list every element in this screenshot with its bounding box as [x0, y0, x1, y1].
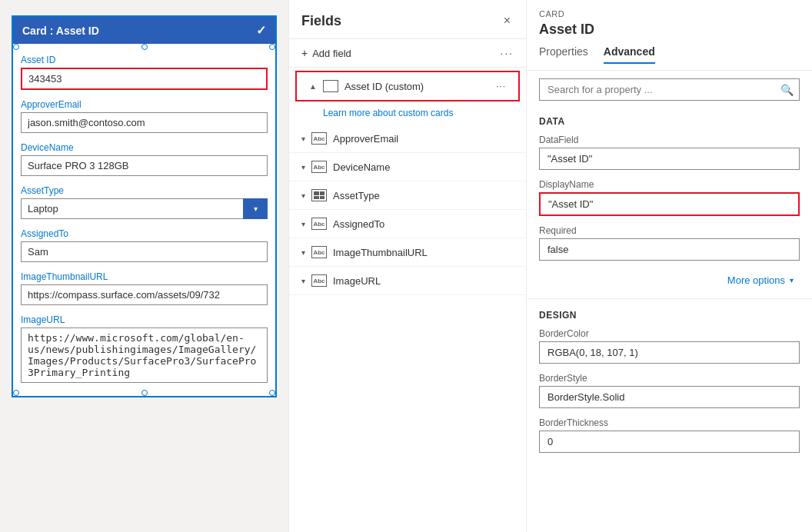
asset-type-label: AssetType [21, 185, 268, 196]
card-preview-panel: Card : Asset ID ✓ Asset ID ApproverEmail… [0, 0, 288, 532]
abc-icon-approver: Abc [311, 132, 327, 145]
more-options-row: More options ▾ [527, 265, 812, 295]
handle-bc [141, 390, 148, 396]
device-name-input[interactable] [21, 155, 268, 176]
device-name-section: DeviceName [13, 138, 275, 181]
field-name-image-thumbnail-url: ImageThumbnailURL [333, 247, 514, 258]
field-item-device-name[interactable]: ▾ Abc DeviceName [289, 153, 526, 181]
abc-icon-assigned: Abc [311, 218, 327, 230]
handle-tl [13, 44, 19, 50]
field-item-assigned-to[interactable]: ▾ Abc AssignedTo [289, 210, 526, 238]
card-header-title: Card : Asset ID [22, 25, 99, 37]
custom-cards-link[interactable]: Learn more about custom cards [289, 105, 526, 125]
approver-email-input[interactable] [21, 112, 268, 133]
handle-tr [269, 44, 275, 50]
field-name-asset-type: AssetType [333, 190, 514, 201]
handle-bl [13, 390, 19, 396]
device-name-label: DeviceName [21, 142, 268, 153]
field-name-asset-id-custom: Asset ID (custom) [344, 81, 490, 92]
right-panel-header: CARD Asset ID Properties Advanced [527, 0, 812, 71]
search-icon: 🔍 [780, 84, 794, 96]
chevron-up-icon: ▲ [309, 82, 317, 91]
required-label: Required [539, 225, 800, 236]
asset-id-section: Asset ID [13, 50, 275, 95]
grid-icon-asset-type [311, 189, 327, 201]
divider [527, 298, 812, 299]
field-item-inner-asset-id: ▲ Asset ID (custom) ··· [297, 72, 518, 100]
chevron-right-icon-assigned: ▾ [301, 220, 305, 228]
display-name-input[interactable] [539, 192, 800, 216]
field-item-asset-id-custom[interactable]: ▲ Asset ID (custom) ··· [295, 71, 520, 101]
asset-id-title: Asset ID [539, 22, 800, 38]
abc-icon-image-url: Abc [311, 274, 327, 287]
image-thumbnail-url-input[interactable] [21, 284, 268, 305]
search-input[interactable] [539, 78, 800, 101]
border-thickness-input[interactable] [539, 431, 800, 453]
approver-email-label: ApproverEmail [21, 99, 268, 110]
selection-handles-top [13, 44, 275, 50]
border-thickness-row: BorderThickness [527, 413, 812, 457]
more-options-label: More options [727, 274, 785, 286]
asset-type-select-wrapper: Laptop ▾ [21, 198, 268, 219]
field-name-approver-email: ApproverEmail [333, 133, 514, 145]
image-url-input[interactable]: https://www.microsoft.com/global/en-us/n… [21, 328, 268, 383]
assigned-to-label: AssignedTo [21, 228, 268, 239]
chevron-right-icon-device: ▾ [301, 163, 305, 171]
abc-icon-device: Abc [311, 161, 327, 173]
data-section-header: DATA [527, 108, 812, 130]
handle-tc [141, 44, 148, 50]
border-color-row: BorderColor [527, 324, 812, 368]
more-options-button[interactable]: More options ▾ [721, 271, 800, 289]
rectangle-icon [323, 80, 338, 92]
chevron-right-icon-thumbnail: ▾ [301, 248, 305, 257]
border-color-input[interactable] [539, 341, 800, 364]
add-field-button[interactable]: + Add field [301, 47, 351, 59]
fields-panel: Fields × + Add field ··· ▲ Asset ID (cus… [288, 0, 527, 532]
required-row: Required [527, 221, 812, 265]
add-field-row: + Add field ··· [289, 39, 526, 68]
card-container: Card : Asset ID ✓ Asset ID ApproverEmail… [12, 15, 277, 397]
border-style-row: BorderStyle [527, 368, 812, 413]
field-name-image-url: ImageURL [333, 275, 514, 287]
required-input[interactable] [539, 238, 800, 261]
add-field-more-icon[interactable]: ··· [500, 47, 514, 59]
fields-panel-header: Fields × [289, 0, 526, 39]
add-field-label: Add field [312, 48, 351, 59]
selection-handles-bottom [13, 390, 275, 396]
field-item-image-thumbnail-url[interactable]: ▾ Abc ImageThumbnailURL [289, 238, 526, 267]
approver-email-section: ApproverEmail [13, 95, 275, 138]
chevron-right-icon-image-url: ▾ [301, 277, 305, 285]
card-label: CARD [539, 9, 800, 18]
plus-icon: + [301, 47, 308, 59]
assigned-to-input[interactable] [21, 241, 268, 262]
display-name-row: DisplayName [527, 175, 812, 221]
data-field-label: DataField [539, 135, 800, 145]
field-item-asset-type[interactable]: ▾ AssetType [289, 181, 526, 210]
border-color-label: BorderColor [539, 328, 800, 339]
asset-type-select[interactable]: Laptop [21, 198, 268, 219]
field-item-image-url[interactable]: ▾ Abc ImageURL [289, 267, 526, 295]
data-field-input[interactable] [539, 148, 800, 170]
close-button[interactable]: × [501, 12, 514, 29]
abc-icon-thumbnail: Abc [311, 246, 327, 258]
field-name-device-name: DeviceName [333, 161, 514, 173]
checkmark-icon[interactable]: ✓ [256, 23, 266, 38]
fields-list: ▲ Asset ID (custom) ··· Learn more about… [289, 68, 526, 532]
image-thumbnail-url-label: ImageThumbnailURL [21, 271, 268, 282]
fields-panel-title: Fields [301, 13, 341, 29]
asset-id-input[interactable] [21, 68, 268, 90]
tab-row: Properties Advanced [539, 45, 800, 64]
border-style-input[interactable] [539, 386, 800, 408]
assigned-to-section: AssignedTo [13, 224, 275, 267]
tab-advanced[interactable]: Advanced [604, 45, 655, 64]
asset-type-section: AssetType Laptop ▾ [13, 181, 275, 224]
card-header: Card : Asset ID ✓ [13, 17, 275, 44]
chevron-right-icon-asset-type: ▾ [301, 191, 305, 200]
tab-properties[interactable]: Properties [539, 45, 588, 64]
chevron-right-icon-approver: ▾ [301, 135, 305, 143]
image-url-section: ImageURL https://www.microsoft.com/globa… [13, 310, 275, 390]
field-more-options-icon[interactable]: ··· [496, 81, 506, 91]
display-name-label: DisplayName [539, 179, 800, 190]
search-box: 🔍 [539, 78, 800, 101]
field-item-approver-email[interactable]: ▾ Abc ApproverEmail [289, 125, 526, 153]
